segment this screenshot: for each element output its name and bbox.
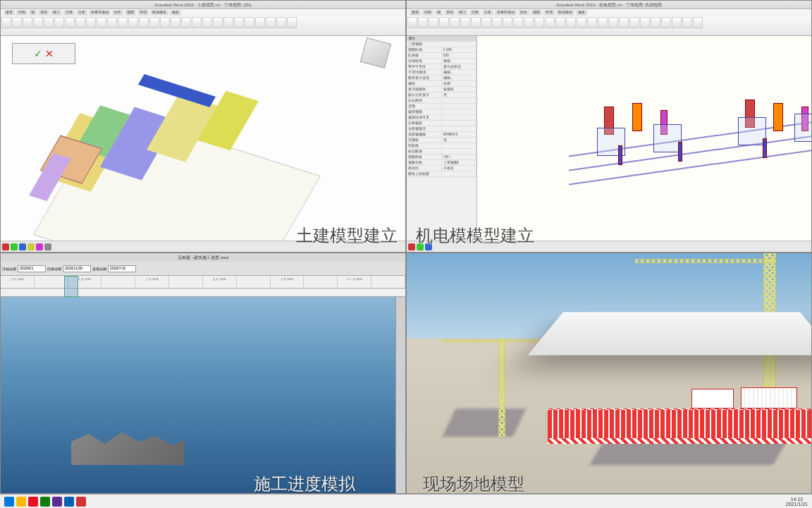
ribbon-tab[interactable]: 钢 xyxy=(29,10,37,16)
props-row[interactable]: 标识数据 xyxy=(407,149,476,155)
ribbon-button[interactable] xyxy=(276,17,286,28)
ribbon-button[interactable] xyxy=(223,17,233,28)
props-row[interactable]: 视图名称三维视图1 xyxy=(407,160,476,166)
ribbon-tab[interactable]: 建筑 xyxy=(410,10,421,16)
ribbon-button[interactable] xyxy=(192,17,202,28)
ribbon-button[interactable] xyxy=(577,17,586,28)
app-icon[interactable] xyxy=(40,497,50,507)
explorer-icon[interactable] xyxy=(16,497,26,507)
title-bar[interactable]: Autodesk Revit 2019 - 土建模型.rvt - 三维视图: {… xyxy=(1,1,405,9)
nav-sidebar[interactable] xyxy=(395,297,405,493)
viewport-3d[interactable] xyxy=(477,36,811,241)
ribbon-button[interactable] xyxy=(160,17,170,28)
ribbon-tab[interactable]: 视图 xyxy=(125,10,136,16)
ribbon-button[interactable] xyxy=(33,17,43,28)
ribbon-button[interactable] xyxy=(460,17,470,28)
ok-icon[interactable]: ✓ xyxy=(34,48,42,59)
ribbon-button[interactable] xyxy=(629,17,639,28)
props-row[interactable]: 详细程度精细 xyxy=(407,59,476,64)
nav-3d-view[interactable] xyxy=(1,297,395,493)
ribbon-tab[interactable]: 修改 xyxy=(170,10,181,16)
progress-date-input[interactable]: 2018/7/15 xyxy=(108,265,136,272)
ribbon-button[interactable] xyxy=(12,17,22,28)
props-row[interactable]: 远剪裁激活 xyxy=(407,126,476,132)
ribbon-tabs-tr[interactable]: 建筑结构钢系统插入注释分析体量和场地协作视图管理附加模块修改 xyxy=(407,9,811,16)
ribbon-tab[interactable]: 附加模块 xyxy=(556,10,574,16)
ribbon-button[interactable] xyxy=(234,17,244,28)
ribbon-button[interactable] xyxy=(682,17,692,28)
ribbon-button[interactable] xyxy=(450,17,460,28)
ribbon-button[interactable] xyxy=(213,17,223,28)
ribbon-button[interactable] xyxy=(86,17,96,28)
timeline[interactable]: 六月 2018七月 2018八月 2018九月 2018十月 2018十一月 2… xyxy=(1,276,405,297)
properties-palette[interactable]: 属性 三维视图 视图比例1:100比例值100详细程度精细零件可见性显示原状态可… xyxy=(407,36,477,241)
ribbon-button[interactable] xyxy=(418,17,428,28)
ribbon-button[interactable] xyxy=(107,17,117,28)
ribbon-tab[interactable]: 体量和场地 xyxy=(89,10,111,16)
app-icon[interactable] xyxy=(52,497,62,507)
simulated-building[interactable] xyxy=(71,426,184,465)
ribbon-button[interactable] xyxy=(44,17,54,28)
ribbon-tab[interactable]: 建筑 xyxy=(4,10,15,16)
ribbon-button[interactable] xyxy=(672,17,682,28)
ribbon-tab[interactable]: 视图 xyxy=(531,10,542,16)
props-row[interactable]: 规程协调 xyxy=(407,81,476,87)
sb-icon[interactable] xyxy=(44,243,51,250)
sb-icon[interactable] xyxy=(36,243,43,250)
props-row[interactable]: 日光路径 xyxy=(407,98,476,104)
ribbon-button[interactable] xyxy=(245,17,254,28)
ribbon-button[interactable] xyxy=(1,17,11,28)
ribbon-button[interactable] xyxy=(619,17,629,28)
ribbon-button[interactable] xyxy=(287,17,297,28)
ribbon-button[interactable] xyxy=(555,17,565,28)
props-row[interactable]: 裁剪区域可见 xyxy=(407,115,476,121)
ribbon-tab[interactable]: 注释 xyxy=(469,10,481,16)
props-row[interactable]: 视图比例1:100 xyxy=(407,47,476,53)
ribbon-tab[interactable]: 管理 xyxy=(543,10,555,16)
start-date-input[interactable]: 2018/6/1 xyxy=(18,265,46,272)
props-row[interactable]: 可见性/图形编辑... xyxy=(407,70,476,75)
ribbon-button[interactable] xyxy=(23,17,32,28)
ribbon-button[interactable] xyxy=(492,17,502,28)
props-row[interactable]: 视图样板<无> xyxy=(407,155,476,160)
ribbon-tab[interactable]: 分析 xyxy=(482,10,493,16)
ribbon-button[interactable] xyxy=(513,17,523,28)
title-bar[interactable]: Autodesk Revit 2019 - 机电模型.rvt - 三维视图: 协… xyxy=(407,1,811,9)
ribbon-button[interactable] xyxy=(118,17,128,28)
ribbon-button[interactable] xyxy=(661,17,671,28)
sb-icon[interactable] xyxy=(27,243,35,250)
ribbon-button[interactable] xyxy=(429,17,438,28)
ribbon-button[interactable] xyxy=(97,17,106,28)
ribbon-button[interactable] xyxy=(181,17,191,28)
nav-title[interactable]: 无标题 - 建筑施工进度.nwd xyxy=(1,253,405,262)
building-model[interactable] xyxy=(8,43,395,241)
ribbon-button[interactable] xyxy=(651,17,660,28)
ribbon-tab[interactable]: 系统 xyxy=(444,10,455,16)
app-icon[interactable] xyxy=(28,497,38,507)
start-icon[interactable] xyxy=(4,497,14,507)
end-date-input[interactable]: 2018/11/30 xyxy=(63,265,91,272)
props-row[interactable]: 默认分析显示无 xyxy=(407,92,476,98)
ribbon-button[interactable] xyxy=(693,17,703,28)
props-row[interactable]: 裁剪视图 xyxy=(407,109,476,115)
props-row[interactable]: 剖面框 xyxy=(407,143,476,149)
ribbon-tab[interactable]: 系统 xyxy=(38,10,49,16)
props-row[interactable]: 远剪裁偏移304800.0 xyxy=(407,132,476,138)
ribbon-tab[interactable]: 结构 xyxy=(16,10,27,16)
props-row[interactable]: 注释裁剪 xyxy=(407,121,476,126)
ribbon-button[interactable] xyxy=(439,17,449,28)
viewport-3d[interactable] xyxy=(1,36,405,241)
ribbon-button[interactable] xyxy=(545,17,555,28)
ribbon-tab[interactable]: 体量和场地 xyxy=(495,10,517,16)
ribbon-tab[interactable]: 插入 xyxy=(51,10,62,16)
ribbon-button[interactable] xyxy=(598,17,608,28)
props-row[interactable]: 显示隐藏线按规程 xyxy=(407,87,476,92)
windows-taskbar[interactable]: 14:12 2021/1/21 xyxy=(0,494,812,508)
props-row[interactable]: 范围 xyxy=(407,104,476,109)
ribbon-button[interactable] xyxy=(407,17,417,28)
ribbon-tab[interactable]: 分析 xyxy=(76,10,87,16)
ribbon-button[interactable] xyxy=(640,17,650,28)
ribbon-button[interactable] xyxy=(524,17,534,28)
ribbon-button[interactable] xyxy=(534,17,544,28)
ribbon-tab[interactable]: 协作 xyxy=(518,10,529,16)
